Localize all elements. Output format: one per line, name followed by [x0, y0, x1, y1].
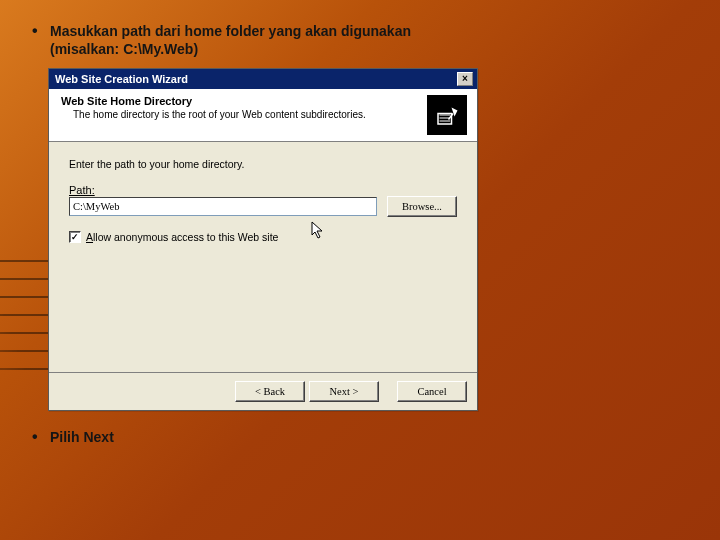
back-button[interactable]: < Back: [235, 381, 305, 402]
anonymous-access-checkbox[interactable]: ✓: [69, 231, 81, 243]
dialog-title: Web Site Creation Wizard: [55, 73, 188, 85]
browse-button[interactable]: Browse...: [387, 196, 457, 217]
checkbox-label: Allow anonymous access to this Web site: [86, 231, 278, 243]
cancel-button[interactable]: Cancel: [397, 381, 467, 402]
path-input[interactable]: [69, 197, 377, 216]
header-subtitle: The home directory is the root of your W…: [59, 109, 421, 120]
instruction-bullet-top: Masukkan path dari home folder yang akan…: [28, 22, 692, 58]
wizard-dialog: Web Site Creation Wizard × Web Site Home…: [48, 68, 478, 411]
path-label: Path:: [69, 184, 457, 196]
instruction-text: Enter the path to your home directory.: [69, 158, 457, 170]
bullet-text-line2: (misalkan: C:\My.Web): [50, 41, 198, 57]
header-title: Web Site Home Directory: [59, 95, 421, 107]
close-icon[interactable]: ×: [457, 72, 473, 86]
dialog-footer: < Back Next > Cancel: [49, 372, 477, 410]
bullet-bottom-text: Pilih Next: [50, 429, 114, 445]
dialog-header: Web Site Home Directory The home directo…: [49, 89, 477, 142]
wizard-icon: [427, 95, 467, 135]
titlebar: Web Site Creation Wizard ×: [49, 69, 477, 89]
dialog-body: Enter the path to your home directory. P…: [49, 142, 477, 372]
instruction-bullet-bottom: Pilih Next: [28, 429, 692, 445]
next-button[interactable]: Next >: [309, 381, 379, 402]
bullet-text-line1: Masukkan path dari home folder yang akan…: [50, 23, 411, 39]
